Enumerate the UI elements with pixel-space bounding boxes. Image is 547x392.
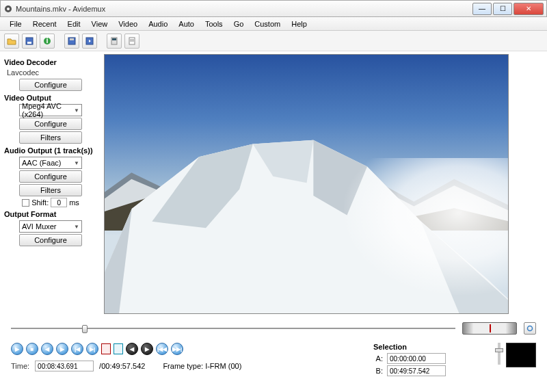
audio-configure-button[interactable]: Configure [19,170,82,183]
goto-end-button[interactable]: ▶▶| [171,343,183,355]
seek-slider[interactable] [11,324,455,333]
selection-a-value[interactable]: 00:00:00.00 [387,353,446,364]
info-icon[interactable]: i [40,34,55,49]
shift-value-input[interactable]: 0 [51,198,67,207]
shift-label: Shift: [31,198,49,207]
next-frame-button[interactable]: ▶ [56,343,68,355]
calculator-icon[interactable] [107,34,122,49]
window-title: Mountains.mkv - Avidemux [16,5,472,13]
svg-point-1 [7,8,10,10]
save-icon[interactable] [22,34,37,49]
video-area [101,51,547,318]
shift-checkbox[interactable] [22,199,29,207]
chevron-down-icon: ▼ [74,107,79,114]
menu-view[interactable]: View [86,18,114,29]
set-marker-b-button[interactable] [114,343,123,354]
menu-file[interactable]: File [4,18,27,29]
selection-a-label: A: [373,354,383,363]
set-marker-a-button[interactable] [101,343,111,354]
bottom-panel: ▶ ■ ◀ ▶ |◀ ▶| ◀ ▶ |◀◀ ▶▶| Time: 00:08:43… [0,318,547,382]
preview-thumbnail [506,343,536,367]
minimize-button[interactable]: — [472,3,492,15]
content-area: Video Decoder Lavcodec Configure Video O… [0,51,547,318]
frame-type: Frame type: I-FRM (00) [163,362,241,370]
svg-rect-7 [70,38,74,40]
audio-output-title: Audio Output (1 track(s)) [4,146,97,155]
playback-buttons: ▶ ■ ◀ ▶ |◀ ▶| ◀ ▶ |◀◀ ▶▶| [11,343,241,355]
time-row: Time: 00:08:43.691 /00:49:57.542 Frame t… [11,361,241,371]
titlebar: Mountains.mkv - Avidemux — ☐ ✕ [0,0,547,17]
chevron-down-icon: ▼ [74,160,79,166]
svg-point-19 [528,326,533,331]
audio-filters-button[interactable]: Filters [19,184,82,196]
menubar: File Recent Edit View Video Audio Auto T… [0,17,547,31]
decoder-configure-button[interactable]: Configure [19,79,82,91]
output-format-title: Output Format [4,210,97,218]
save-audio-icon[interactable] [82,34,97,49]
prev-keyframe-button[interactable]: |◀ [71,343,83,355]
selection-b-label: B: [373,367,383,375]
goto-start-button[interactable]: |◀◀ [156,343,168,355]
close-button[interactable]: ✕ [513,3,544,15]
format-configure-button[interactable]: Configure [19,234,82,246]
jog-reset-button[interactable] [524,322,536,335]
save-video-icon[interactable] [64,34,79,49]
volume-slider[interactable] [498,343,501,365]
audio-output-select[interactable]: AAC (Faac)▼ [19,157,82,169]
video-decoder-title: Video Decoder [4,58,97,66]
toolbar: i [0,31,547,51]
selection-b-value[interactable]: 00:49:57.542 [387,365,446,376]
menu-edit[interactable]: Edit [62,18,86,29]
audio-shift-row: Shift: 0 ms [4,198,97,207]
video-decoder-codec: Lavcodec [7,68,97,77]
sidebar: Video Decoder Lavcodec Configure Video O… [0,51,101,318]
menu-go[interactable]: Go [228,18,250,29]
shift-unit: ms [69,198,79,207]
menu-auto[interactable]: Auto [173,18,200,29]
svg-text:i: i [46,37,48,44]
seek-row [11,322,536,335]
selection-title: Selection [373,343,490,351]
next-black-button[interactable]: ▶ [141,343,153,355]
video-output-title: Video Output [4,94,97,102]
play-button[interactable]: ▶ [11,343,23,355]
svg-rect-10 [112,38,116,40]
script-icon[interactable] [124,34,139,49]
chevron-down-icon: ▼ [74,224,79,230]
time-label: Time: [11,362,29,370]
menu-help[interactable]: Help [286,18,312,29]
jog-wheel[interactable] [462,322,517,335]
video-output-select[interactable]: Mpeg4 AVC (x264)▼ [19,104,82,116]
svg-rect-3 [27,42,31,44]
menu-video[interactable]: Video [113,18,143,29]
video-output-value: Mpeg4 AVC (x264) [22,102,74,118]
control-row: ▶ ■ ◀ ▶ |◀ ▶| ◀ ▶ |◀◀ ▶▶| Time: 00:08:43… [11,343,536,378]
menu-tools[interactable]: Tools [200,18,228,29]
open-icon[interactable] [4,34,19,49]
audio-output-value: AAC (Faac) [22,159,61,167]
volume-column [498,343,501,365]
menu-custom[interactable]: Custom [249,18,286,29]
video-preview [104,54,509,314]
output-format-select[interactable]: AVI Muxer▼ [19,220,82,233]
video-filters-button[interactable]: Filters [19,131,82,144]
app-icon [3,4,13,14]
output-format-value: AVI Muxer [22,222,57,231]
prev-frame-button[interactable]: ◀ [41,343,53,355]
selection-panel: Selection A: 00:00:00.00 B: 00:49:57.542 [373,343,490,378]
prev-black-button[interactable]: ◀ [126,343,138,355]
maximize-button[interactable]: ☐ [493,3,512,15]
next-keyframe-button[interactable]: ▶| [86,343,98,355]
time-total: /00:49:57.542 [99,362,145,370]
time-current-input[interactable]: 00:08:43.691 [35,361,94,371]
menu-audio[interactable]: Audio [143,18,173,29]
window-controls: — ☐ ✕ [472,3,544,15]
menu-recent[interactable]: Recent [27,18,62,29]
stop-button[interactable]: ■ [26,343,38,355]
video-configure-button[interactable]: Configure [19,118,82,130]
